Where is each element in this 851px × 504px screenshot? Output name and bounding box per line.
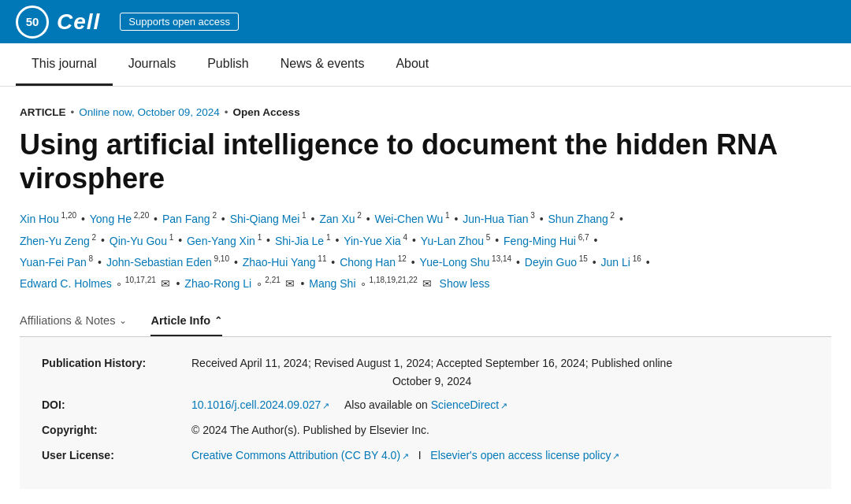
article-info-panel: Publication History: Received April 11, … xyxy=(20,337,831,488)
article-info-label: Article Info xyxy=(151,314,210,327)
author-zhao-hui-yang[interactable]: Zhao-Hui Yang xyxy=(243,256,316,269)
affiliations-label: Affiliations & Notes xyxy=(20,314,115,327)
doi-row: DOI: 10.1016/j.cell.2024.09.027↗ Also av… xyxy=(42,396,809,415)
nav-item-journals[interactable]: Journals xyxy=(113,43,191,86)
author-jun-li[interactable]: Jun Li xyxy=(601,256,630,269)
author-shun-zhang[interactable]: Shun Zhang xyxy=(548,213,608,225)
publication-history-row: Publication History: Received April 11, … xyxy=(42,354,809,390)
nav-item-about[interactable]: About xyxy=(380,43,444,86)
doi-value: 10.1016/j.cell.2024.09.027↗ Also availab… xyxy=(191,396,507,415)
tab-article-info[interactable]: Article Info ⌃ xyxy=(151,306,222,336)
author-yue-long-shu[interactable]: Yue-Long Shu xyxy=(420,256,490,269)
doi-arrow: ↗ xyxy=(322,401,329,410)
author-qin-yu-gou[interactable]: Qin-Yu Gou xyxy=(110,234,167,246)
also-available-text: Also available on xyxy=(344,398,428,411)
author-yu-lan-zhou[interactable]: Yu-Lan Zhou xyxy=(421,234,484,246)
author-mang-shi[interactable]: Mang Shi xyxy=(309,277,355,290)
author-edward-holmes[interactable]: Edward C. Holmes xyxy=(20,277,112,290)
site-header: 50 Cell Supports open access xyxy=(0,0,851,43)
author-shi-qiang-mei[interactable]: Shi-Qiang Mei xyxy=(230,213,300,225)
copyright-label: Copyright: xyxy=(42,421,191,440)
author-feng-ming-hui[interactable]: Feng-Ming Hui xyxy=(504,234,576,246)
author-zan-xu[interactable]: Zan Xu xyxy=(319,213,355,225)
elsevier-arrow: ↗ xyxy=(612,451,619,461)
person-icon-shi: ⚬ xyxy=(357,279,367,290)
author-chong-han[interactable]: Chong Han xyxy=(340,256,396,269)
doi-label: DOI: xyxy=(42,396,191,415)
main-nav: This journal Journals Publish News & eve… xyxy=(0,43,851,87)
pub-history-label: Publication History: xyxy=(42,354,191,390)
pub-history-value: Received April 11, 2024; Revised August … xyxy=(191,354,672,390)
sciencedirect-arrow: ↗ xyxy=(500,401,507,410)
sciencedirect-link[interactable]: ScienceDirect xyxy=(431,398,499,411)
author-yin-yue-xia[interactable]: Yin-Yue Xia xyxy=(344,234,401,246)
copyright-row: Copyright: © 2024 The Author(s). Publish… xyxy=(42,421,809,440)
logo-cell-text: Cell xyxy=(57,9,100,35)
main-content: ARTICLE • Online now, October 09, 2024 •… xyxy=(0,87,851,504)
article-access: Open Access xyxy=(233,106,300,118)
author-deyin-guo[interactable]: Deyin Guo xyxy=(525,256,577,269)
doi-link[interactable]: 10.1016/j.cell.2024.09.027 xyxy=(191,398,321,411)
nav-item-news-events[interactable]: News & events xyxy=(265,43,381,86)
authors-list: Xin Hou 1,20 • Yong He 2,20 • Pan Fang 2… xyxy=(20,208,831,294)
person-icon-li: ⚬ xyxy=(252,279,262,290)
open-access-badge: Supports open access xyxy=(120,13,239,31)
author-gen-yang-xin[interactable]: Gen-Yang Xin xyxy=(187,234,255,246)
nav-item-this-journal[interactable]: This journal xyxy=(16,43,113,86)
show-less-button[interactable]: Show less xyxy=(440,277,490,290)
article-status: Online now, October 09, 2024 xyxy=(79,106,220,118)
person-icon-holmes: ⚬ xyxy=(113,279,123,290)
author-jun-hua-tian[interactable]: Jun-Hua Tian xyxy=(463,213,528,225)
article-tabs: Affiliations & Notes ⌄ Article Info ⌃ xyxy=(20,306,831,337)
chevron-up-icon: ⌃ xyxy=(214,315,222,326)
license-row: User License: Creative Commons Attributi… xyxy=(42,447,809,465)
article-meta: ARTICLE • Online now, October 09, 2024 •… xyxy=(20,106,831,118)
author-john-sebastian-eden[interactable]: John-Sebastian Eden xyxy=(106,256,212,269)
logo-50-icon[interactable]: 50 xyxy=(16,6,49,39)
meta-dot-1: • xyxy=(71,106,75,118)
chevron-down-icon: ⌄ xyxy=(119,315,127,326)
author-zhao-rong-li[interactable]: Zhao-Rong Li xyxy=(184,277,251,290)
tab-affiliations-notes[interactable]: Affiliations & Notes ⌄ xyxy=(20,306,127,336)
license-label: User License: xyxy=(42,447,191,465)
author-pan-fang[interactable]: Pan Fang xyxy=(162,213,210,225)
author-yong-he[interactable]: Yong He xyxy=(90,213,132,225)
license-value: Creative Commons Attribution (CC BY 4.0)… xyxy=(191,447,619,465)
cc-license-link[interactable]: Creative Commons Attribution (CC BY 4.0) xyxy=(191,449,400,461)
meta-dot-2: • xyxy=(225,106,229,118)
copyright-value: © 2024 The Author(s). Published by Elsev… xyxy=(191,421,429,440)
license-separator: I xyxy=(418,449,422,461)
nav-item-publish[interactable]: Publish xyxy=(191,43,264,86)
author-yuan-fei-pan[interactable]: Yuan-Fei Pan xyxy=(20,256,87,269)
article-title: Using artificial intelligence to documen… xyxy=(20,128,831,195)
author-shi-jia-le[interactable]: Shi-Jia Le xyxy=(275,234,324,246)
license-arrow: ↗ xyxy=(402,451,409,461)
logo-area: 50 Cell Supports open access xyxy=(16,6,239,39)
elsevier-policy-link[interactable]: Elsevier's open access license policy xyxy=(430,449,611,461)
author-xin-hou[interactable]: Xin Hou xyxy=(20,213,59,225)
author-wei-chen-wu[interactable]: Wei-Chen Wu xyxy=(375,213,444,225)
author-zhen-yu-zeng[interactable]: Zhen-Yu Zeng xyxy=(20,234,90,246)
article-type-label: ARTICLE xyxy=(20,106,66,118)
